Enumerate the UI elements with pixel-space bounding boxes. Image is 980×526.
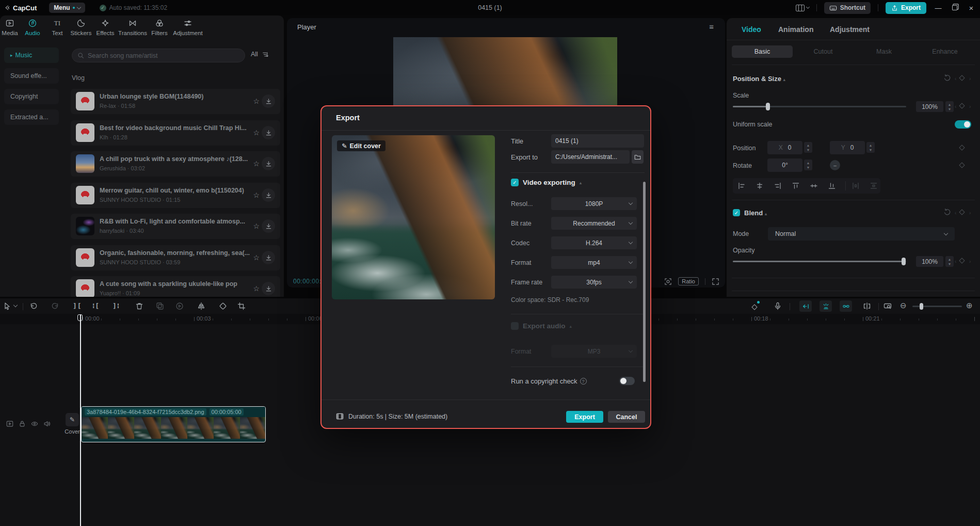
position-x-input[interactable]: X 0 [767,141,802,154]
subtab-cutout[interactable]: Cutout [793,45,854,58]
restore-button[interactable] [950,4,959,12]
keyframe-next-icon[interactable]: › [969,76,971,82]
keyframe-icon[interactable] [959,145,965,150]
link-clips-button[interactable] [840,300,852,312]
format-select[interactable]: mp4 [551,256,637,269]
minimize-button[interactable]: — [934,4,943,12]
align-center-vertical-icon[interactable] [810,182,817,189]
split-icon[interactable]: ][ [73,302,82,310]
video-exporting-checkbox[interactable]: ✓ [511,179,519,186]
keyframe-prev-icon[interactable]: ‹ [955,211,956,216]
keyframe-icon[interactable] [959,103,965,108]
cancel-button[interactable]: Cancel [608,411,645,423]
fullscreen-icon[interactable] [712,278,719,285]
split-left-icon[interactable]: ⁞[ [92,302,100,310]
export-button-topbar[interactable]: Export [886,2,926,14]
magnetic-snap-button[interactable] [820,300,832,312]
filter-all[interactable]: All [251,51,269,58]
freeze-frame-icon[interactable] [175,302,184,310]
info-icon[interactable]: ? [580,378,587,385]
timeline-clip[interactable]: 3a878484-019e-46b4-8324-f7215dcc3db2.png… [81,406,266,442]
export-audio-checkbox[interactable]: ✓ [511,322,519,330]
dialog-scrollbar[interactable] [643,182,646,382]
subtab-mask[interactable]: Mask [854,45,914,58]
rotate-knob[interactable]: – [830,160,840,170]
slider-thumb[interactable] [920,303,923,310]
lock-track-icon[interactable] [19,420,26,427]
reset-icon[interactable] [943,208,951,216]
browse-folder-button[interactable] [632,150,644,164]
voiceover-mic-icon[interactable] [774,302,782,310]
download-icon[interactable] [262,251,275,264]
zoom-in-icon[interactable]: ⊕ [966,301,973,310]
undo-icon[interactable] [29,302,37,310]
align-right-icon[interactable] [774,182,781,189]
distribute-vertical-icon[interactable] [870,182,877,189]
cursor-mode-chevron-icon[interactable] [13,303,18,307]
tab-animation[interactable]: Animation [778,25,813,34]
favorite-star-icon[interactable]: ☆ [253,222,260,230]
subtab-basic[interactable]: Basic [732,45,793,58]
keyframe-prev-icon[interactable]: ‹ [955,76,956,82]
rotate-stepper[interactable]: ▲▼ [804,160,812,170]
collapse-caret-icon[interactable]: ▴ [765,211,767,216]
keyframe-icon[interactable] [959,209,965,215]
rotate-input[interactable]: 0° [767,158,802,172]
close-button[interactable]: × [967,4,976,12]
keyframe-prev-icon[interactable]: ‹ [955,259,956,264]
timeline-view-icon[interactable] [883,302,892,310]
favorite-star-icon[interactable]: ☆ [253,284,260,293]
download-icon[interactable] [262,157,275,170]
crop-icon[interactable] [237,302,246,310]
keyframe-next-icon[interactable]: › [969,259,971,264]
song-list-item[interactable]: Organic, fashionable, morning, refreshin… [71,245,280,270]
title-input[interactable]: 0415 (1) [551,134,644,148]
song-list-item[interactable]: Merrow guitar, chill out, winter, emo b(… [71,183,280,208]
shortcut-button[interactable]: Shortcut [824,2,871,14]
cover-edit-button[interactable]: ✎ Cover [63,413,82,435]
song-list-item[interactable]: R&B with Lo-Fi, light and comfortable at… [71,214,280,239]
scale-value[interactable]: 100% [916,101,943,112]
download-icon[interactable] [262,219,275,233]
layout-switcher[interactable] [796,5,809,11]
favorite-star-icon[interactable]: ☆ [253,253,260,262]
auto-trim-button[interactable] [799,300,812,312]
scale-slider[interactable] [733,106,906,107]
keyframe-icon[interactable] [959,258,965,263]
favorite-star-icon[interactable]: ☆ [253,97,260,105]
uniform-scale-toggle[interactable] [955,120,971,129]
opacity-stepper[interactable]: ▲▼ [945,256,954,267]
download-icon[interactable] [262,282,275,295]
song-list-item[interactable]: Best for video background music Chill Tr… [71,120,280,146]
timeline-zoom-slider[interactable] [912,306,962,307]
playhead-line[interactable] [80,314,81,526]
export-confirm-button[interactable]: Export [566,411,603,423]
opacity-slider[interactable] [733,261,906,262]
subtab-enhance[interactable]: Enhance [914,45,975,58]
search-input[interactable]: Search song name/artist [72,49,245,62]
video-exporting-section[interactable]: ✓ Video exporting ▴ [511,179,582,186]
favorite-star-icon[interactable]: ☆ [253,129,260,137]
song-list-item[interactable]: A chill pop truck with a sexy atmosphere… [71,151,280,177]
opacity-value[interactable]: 100% [916,256,943,267]
song-list-item[interactable]: Urban lounge style BGM(1148490) Re-lax ·… [71,89,280,114]
export-audio-section[interactable]: ✓ Export audio ▴ [511,322,572,330]
zoom-out-icon[interactable]: ⊖ [900,301,907,310]
codec-select[interactable]: H.264 [551,236,637,249]
download-icon[interactable] [262,188,275,202]
edit-cover-button[interactable]: ✎ Edit cover [337,140,385,151]
keyframe-next-icon[interactable]: › [969,104,971,109]
split-right-icon[interactable]: ]⁞ [113,302,120,310]
sidebar-item-music[interactable]: ▸Music [4,47,59,63]
song-list-item[interactable]: A cute song with a sparkling ukulele-lik… [71,276,280,297]
tab-adjustment-inspector[interactable]: Adjustment [830,25,870,34]
scale-stepper[interactable]: ▲▼ [945,101,954,112]
align-top-icon[interactable] [792,182,799,189]
resolution-select[interactable]: 1080P [551,197,637,210]
collapse-caret-icon[interactable]: ▴ [783,77,786,82]
rotate-clip-icon[interactable] [219,302,227,310]
bitrate-select[interactable]: Recommended [551,217,637,230]
favorite-star-icon[interactable]: ☆ [253,191,260,199]
blend-mode-select[interactable]: Normal [768,227,955,241]
redo-icon[interactable] [52,302,60,310]
